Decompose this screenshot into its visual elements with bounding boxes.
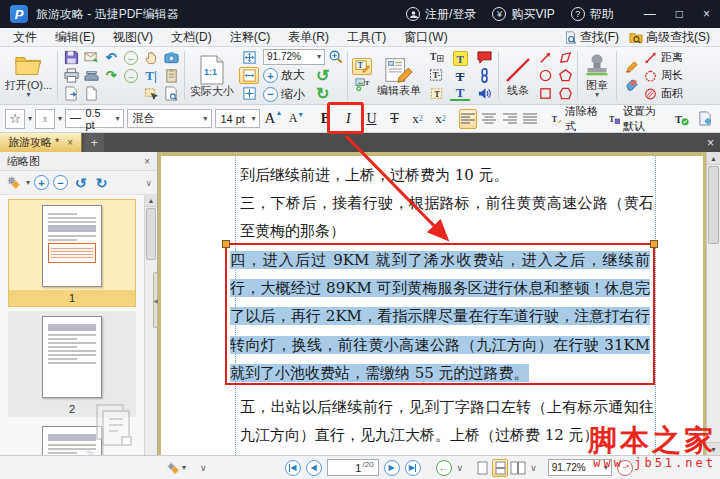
- marquee-zoom-icon[interactable]: [328, 49, 343, 64]
- email-button[interactable]: [81, 49, 101, 67]
- perimeter-tool-button[interactable]: 周长: [643, 67, 683, 85]
- strikethrough-button[interactable]: T: [384, 109, 404, 129]
- paragraph-4[interactable]: 五，出站以后继续前行，见到丁字路口左转（上有标示通知往九江方向）直行，见九江大桥…: [240, 393, 654, 449]
- rotate-page-left-button[interactable]: ↺: [72, 174, 89, 192]
- menu-form[interactable]: 表单(R): [279, 29, 338, 46]
- superscript-button[interactable]: x2: [430, 109, 450, 129]
- stamp-button[interactable]: 图章 ▾: [580, 48, 614, 103]
- doc-options-button[interactable]: [161, 85, 181, 103]
- eraser-button[interactable]: [621, 76, 641, 93]
- zoom-out-icon[interactable]: −: [263, 87, 278, 102]
- polyline-shape-button[interactable]: [555, 49, 575, 67]
- arrow-shape-button[interactable]: [535, 49, 555, 67]
- edit-text-tool-button[interactable]: T: [352, 58, 372, 75]
- add-textbox-button[interactable]: T: [426, 49, 446, 66]
- save-button[interactable]: [61, 49, 81, 67]
- view-history-caret-icon[interactable]: ∨: [457, 463, 464, 473]
- continuous-layout-button[interactable]: [492, 459, 508, 477]
- textbox-style-button[interactable]: T: [426, 85, 446, 102]
- thumbnail-scroll-thumb[interactable]: [146, 208, 156, 260]
- undo-button[interactable]: ↶: [101, 49, 121, 67]
- distance-tool-button[interactable]: 距离: [643, 49, 683, 67]
- highlight-text-button[interactable]: T: [450, 50, 470, 67]
- thumbnail-options-button[interactable]: [5, 174, 22, 192]
- stroke-color-caret-icon[interactable]: ▾: [28, 115, 32, 123]
- login-button[interactable]: 注册/登录: [406, 6, 476, 23]
- statusbar-options-button[interactable]: ▾: [166, 461, 186, 475]
- actual-size-button[interactable]: 1:1 实际大小: [187, 48, 237, 103]
- link-button[interactable]: [474, 67, 494, 84]
- fit-width-button[interactable]: [239, 67, 259, 84]
- pdf-page[interactable]: 到后继续前进，上桥，过桥费为 10 元。 三，下桥后，接着行驶，根据路标，前往黄…: [161, 156, 703, 455]
- align-right-button[interactable]: [501, 109, 519, 129]
- rotate-page-right-button[interactable]: ↻: [93, 174, 110, 192]
- open-button[interactable]: 打开(O)... ▾: [2, 48, 55, 103]
- thumbnail-zoom-out-button[interactable]: −: [53, 175, 68, 190]
- clear-format-button[interactable]: T 清除格式: [548, 104, 603, 134]
- snapshot-button[interactable]: [161, 49, 181, 67]
- doc-scroll-down-icon[interactable]: ▼: [707, 442, 720, 455]
- single-page-layout-button[interactable]: [474, 459, 490, 477]
- rotate-left-button[interactable]: ↺: [316, 68, 329, 84]
- tab-travel-guide[interactable]: 旅游攻略 * ×: [0, 133, 82, 152]
- increase-font-button[interactable]: A▲: [263, 109, 283, 129]
- selection-handle-top-right[interactable]: [650, 240, 658, 248]
- pentagon-shape-button[interactable]: [555, 67, 575, 85]
- circle-shape-button[interactable]: [535, 67, 555, 85]
- underline-button[interactable]: U: [361, 109, 381, 129]
- set-default-button[interactable]: T 设置为默认: [606, 104, 669, 134]
- statusbar-zoom-select[interactable]: 91.72% ▾: [548, 459, 612, 476]
- go-back-button[interactable]: ←: [121, 49, 141, 67]
- menu-file[interactable]: 文件: [4, 29, 46, 46]
- page-number-input[interactable]: 1 /20: [327, 459, 379, 476]
- menu-annotate[interactable]: 注释(C): [221, 29, 280, 46]
- previous-view-button[interactable]: ←: [436, 460, 452, 476]
- last-page-button[interactable]: ▶: [405, 460, 421, 476]
- polygon-shape-button[interactable]: [555, 85, 575, 103]
- buy-vip-button[interactable]: ¥ 购买VIP: [492, 6, 554, 23]
- hand-tool-button[interactable]: [141, 49, 161, 67]
- add-image-text-button[interactable]: T: [352, 76, 372, 93]
- menu-document[interactable]: 文档(D): [162, 29, 221, 46]
- new-tab-button[interactable]: +: [84, 133, 104, 152]
- underline-text-button[interactable]: T: [450, 86, 470, 101]
- stroke-width-select[interactable]: 0.5 pt ▾: [65, 109, 124, 128]
- panel-close-icon[interactable]: ×: [144, 156, 150, 167]
- menu-edit[interactable]: 编辑(E): [46, 29, 104, 46]
- align-center-button[interactable]: [480, 109, 498, 129]
- menu-view[interactable]: 视图(V): [104, 29, 162, 46]
- align-justify-button[interactable]: [521, 109, 539, 129]
- remove-textbox-button[interactable]: T-: [426, 67, 446, 84]
- rotate-right-button[interactable]: ↻: [316, 86, 329, 102]
- sound-button[interactable]: [474, 85, 494, 102]
- font-size-select[interactable]: 14 pt ▾: [215, 109, 260, 128]
- redo-button[interactable]: ↷: [101, 67, 121, 85]
- fit-page-button[interactable]: [239, 49, 259, 66]
- help-button[interactable]: ? 帮助: [571, 6, 614, 23]
- scan-button[interactable]: [81, 67, 101, 85]
- find-button[interactable]: 查找(F): [564, 29, 619, 46]
- minimize-button[interactable]: —: [644, 7, 656, 21]
- fill-color-picker[interactable]: x: [35, 109, 55, 129]
- subscript-button[interactable]: x2: [407, 109, 427, 129]
- square-shape-button[interactable]: [535, 85, 555, 103]
- selected-text[interactable]: 四，进入后过 9KM 就到了浠水收费站，进入之后，继续前行，大概经过 89KM …: [230, 251, 650, 382]
- close-button[interactable]: ×: [703, 7, 710, 21]
- two-page-layout-button[interactable]: [510, 459, 526, 477]
- decrease-font-button[interactable]: A▼: [286, 109, 306, 129]
- edit-form-button[interactable]: 编辑表单: [374, 48, 424, 103]
- layout-caret-icon[interactable]: ∨: [530, 463, 537, 473]
- font-family-select[interactable]: 混合 ▾: [127, 109, 212, 128]
- apply-format-button[interactable]: T: [672, 109, 692, 129]
- statusbar-zoom-out-button[interactable]: −: [617, 460, 633, 476]
- go-forward-button[interactable]: →: [121, 67, 141, 85]
- new-document-button[interactable]: [81, 85, 101, 103]
- zoom-out-label[interactable]: 缩小: [281, 86, 305, 103]
- advanced-find-button[interactable]: 高级查找(S): [629, 29, 710, 46]
- strikethrough-text-button[interactable]: T: [450, 68, 470, 85]
- zoom-in-icon[interactable]: +: [263, 68, 278, 83]
- document-scrollbar[interactable]: ▲ ▼: [706, 152, 720, 455]
- format-settings-button[interactable]: [695, 109, 715, 129]
- area-tool-button[interactable]: 面积: [643, 85, 683, 103]
- paste-button[interactable]: [161, 67, 181, 85]
